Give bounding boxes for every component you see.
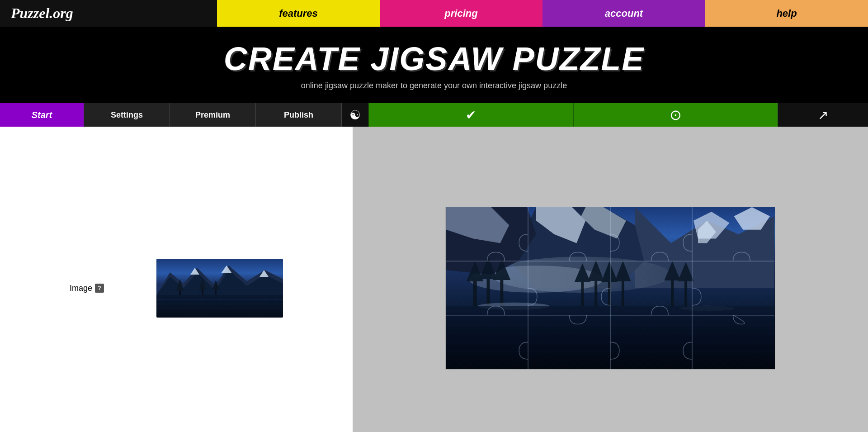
svg-rect-31 [487, 275, 490, 309]
tab-start[interactable]: Start [0, 103, 84, 127]
tab-premium[interactable]: Premium [170, 103, 255, 127]
svg-rect-1 [156, 295, 283, 318]
nav-help[interactable]: help [705, 0, 868, 27]
logo-area: Puzzel.org [0, 0, 217, 27]
nav-pricing[interactable]: pricing [380, 0, 542, 27]
hero-section: CREATE JIGSAW PUZZLE online jigsaw puzzl… [0, 27, 868, 103]
puzzle-thumbnail[interactable] [156, 259, 283, 318]
nav-features[interactable]: features [217, 0, 380, 27]
image-help-icon[interactable]: ? [95, 284, 104, 293]
left-panel: Image ? [0, 127, 353, 432]
page-title: CREATE JIGSAW PUZZLE [0, 40, 868, 77]
puzzle-image [446, 207, 775, 369]
svg-rect-37 [594, 277, 597, 309]
tab-bar: Start Settings Premium Publish ☯ ✔ ⊙ ↗ [0, 103, 868, 127]
svg-rect-41 [622, 277, 624, 309]
play-circle-icon: ⊙ [670, 106, 682, 123]
main-content: Image ? [0, 127, 868, 432]
yin-yang-icon: ☯ [349, 108, 361, 123]
logo[interactable]: Puzzel.org [11, 5, 73, 22]
play-action-button[interactable]: ⊙ [573, 103, 778, 127]
tab-publish[interactable]: Publish [255, 103, 341, 127]
tab-settings[interactable]: Settings [84, 103, 170, 127]
svg-rect-43 [671, 276, 674, 309]
check-icon: ✔ [466, 108, 476, 123]
svg-rect-35 [581, 278, 584, 309]
page-subtitle: online jigsaw puzzle maker to generate y… [0, 81, 868, 90]
right-panel [353, 127, 868, 432]
svg-rect-29 [473, 277, 477, 309]
svg-rect-45 [684, 277, 687, 309]
yin-yang-button[interactable]: ☯ [341, 103, 368, 127]
puzzle-scene-svg [446, 207, 775, 369]
puzzle-preview [445, 207, 775, 370]
check-action-button[interactable]: ✔ [368, 103, 573, 127]
image-label: Image ? [70, 284, 104, 293]
nav-account[interactable]: account [542, 0, 705, 27]
share-icon: ↗ [818, 108, 828, 123]
share-action-button[interactable]: ↗ [778, 103, 868, 127]
top-navigation: Puzzel.org features pricing account help [0, 0, 868, 27]
thumbnail-svg [156, 259, 283, 318]
